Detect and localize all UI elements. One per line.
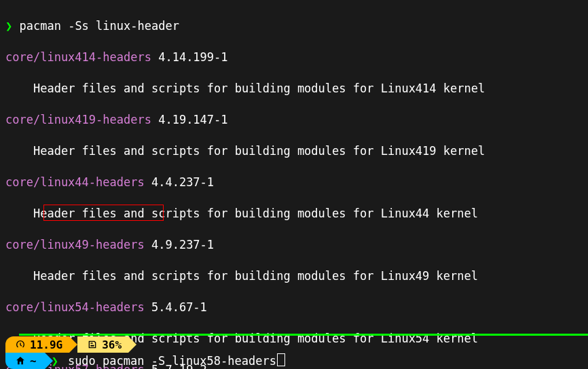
cursor <box>277 353 285 366</box>
disk-chip: 11.9G <box>5 336 69 353</box>
status-bar: 11.9G 36% ~ ❯ sudo pacman -S linux58-hea… <box>0 334 588 369</box>
pkg-path: core/linux419-headers <box>5 113 151 126</box>
pkg-version: 5.4.67-1 <box>151 300 207 314</box>
pkg-version: 4.14.199-1 <box>158 50 227 64</box>
battery-chip: 36% <box>77 336 128 353</box>
pkg-path: core/linux49-headers <box>5 238 145 251</box>
cwd-value: ~ <box>30 353 38 369</box>
pkg-desc: Header files and scripts for building mo… <box>5 143 583 159</box>
prompt-symbol: ❯ <box>5 18 12 34</box>
pkg-desc: Header files and scripts for building mo… <box>5 81 583 96</box>
separator-line <box>19 334 588 336</box>
pkg-path: core/linux54-headers <box>5 300 145 314</box>
pkg-version: 4.9.237-1 <box>151 238 214 251</box>
pkg-version: 4.4.237-1 <box>151 175 214 189</box>
command-text: pacman -Ss linux-header <box>20 18 179 34</box>
pkg-desc: Header files and scripts for building mo… <box>5 206 583 222</box>
cwd-chip: ~ <box>5 353 45 369</box>
command-input[interactable]: sudo pacman -S linux58-headers <box>68 353 285 369</box>
terminal-output[interactable]: ❯ pacman -Ss linux-header core/linux414-… <box>0 0 588 369</box>
pkg-path: core/linux414-headers <box>5 50 151 64</box>
home-icon <box>15 355 26 366</box>
disk-icon <box>87 339 98 350</box>
pkg-version: 4.19.147-1 <box>158 113 227 126</box>
gauge-icon <box>15 339 26 350</box>
battery-value: 36% <box>102 337 122 353</box>
pkg-path: core/linux44-headers <box>5 175 145 189</box>
pkg-desc: Header files and scripts for building mo… <box>5 268 583 284</box>
disk-value: 11.9G <box>30 337 62 353</box>
